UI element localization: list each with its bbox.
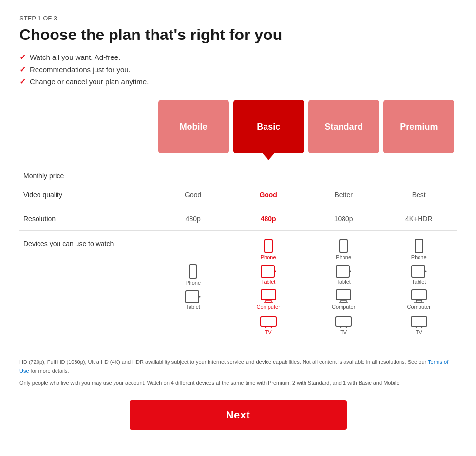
monthly-price-label: Monthly price (19, 165, 155, 183)
resolution-mobile: 480p (155, 207, 230, 231)
device-tv-premium: TV (385, 315, 453, 335)
svg-rect-9 (261, 317, 276, 326)
devices-basic: Phone Tablet Computer (230, 231, 306, 348)
device-phone-mobile: Phone (159, 264, 227, 285)
svg-point-23 (425, 271, 426, 272)
computer-icon-premium (411, 289, 427, 303)
plan-card-basic[interactable]: Basic (233, 100, 304, 153)
tablet-icon (185, 290, 201, 303)
video-quality-standard: Better (306, 183, 381, 207)
next-button[interactable]: Next (130, 400, 347, 430)
devices-mobile: Phone Tablet (155, 231, 230, 348)
monthly-price-row: Monthly price (19, 165, 457, 183)
video-quality-mobile: Good (155, 183, 230, 207)
devices-row: Devices you can use to watch Phone Table… (19, 231, 457, 348)
plan-basic[interactable]: Basic (231, 100, 306, 160)
benefits-list: ✓ Watch all you want. Ad-free. ✓ Recomme… (19, 53, 457, 86)
svg-rect-22 (412, 266, 425, 277)
phone-icon (188, 264, 198, 279)
video-quality-premium: Best (381, 183, 457, 207)
svg-rect-1 (186, 291, 199, 303)
device-computer-basic: Computer (234, 289, 302, 310)
plan-premium[interactable]: Premium (381, 100, 457, 160)
device-tablet-standard: Tablet (310, 265, 378, 285)
tablet-icon-premium (411, 265, 427, 278)
devices-premium: Phone Tablet Computer (381, 231, 457, 348)
monthly-price-standard (306, 165, 381, 183)
page-title: Choose the plan that's right for you (19, 26, 457, 44)
video-quality-label: Video quality (19, 183, 155, 207)
resolution-standard: 1080p (306, 207, 381, 231)
checkmark-icon: ✓ (19, 77, 26, 86)
tv-icon-basic (260, 315, 277, 328)
svg-point-5 (274, 271, 276, 272)
computer-icon-standard (336, 289, 351, 303)
device-computer-standard: Computer (310, 289, 378, 310)
device-phone-basic: Phone (234, 239, 302, 260)
svg-line-28 (416, 327, 417, 328)
benefit-3: ✓ Change or cancel your plan anytime. (19, 77, 457, 86)
benefit-2: ✓ Recommendations just for you. (19, 65, 457, 74)
svg-rect-0 (189, 265, 197, 278)
devices-standard: Phone Tablet Computer (306, 231, 381, 348)
devices-label: Devices you can use to watch (19, 231, 155, 348)
monthly-price-premium (381, 165, 457, 183)
device-phone-premium: Phone (385, 239, 453, 260)
resolution-basic: 480p (230, 207, 306, 231)
monthly-price-mobile (155, 165, 230, 183)
device-computer-premium: Computer (385, 289, 453, 310)
svg-rect-21 (415, 239, 423, 253)
svg-line-19 (340, 327, 341, 328)
device-tablet-basic: Tablet (234, 265, 302, 285)
device-phone-standard: Phone (310, 239, 378, 260)
svg-rect-3 (265, 239, 272, 253)
svg-rect-4 (261, 266, 274, 277)
device-tv-standard: TV (310, 315, 378, 335)
svg-rect-27 (411, 317, 427, 326)
svg-rect-24 (412, 290, 426, 300)
video-quality-row: Video quality Good Good Better Best (19, 183, 457, 207)
svg-rect-15 (336, 290, 351, 300)
svg-line-29 (421, 327, 422, 328)
footnotes: HD (720p), Full HD (1080p), Ultra HD (4K… (19, 358, 457, 388)
svg-rect-18 (336, 317, 351, 326)
tv-icon-standard (335, 315, 352, 328)
monthly-price-basic (230, 165, 306, 183)
svg-point-2 (199, 296, 201, 298)
checkmark-icon: ✓ (19, 65, 26, 74)
phone-icon-standard (339, 239, 348, 253)
step-label: STEP 1 OF 3 (19, 15, 457, 22)
resolution-label: Resolution (19, 207, 155, 231)
phone-icon-basic (264, 239, 273, 253)
phone-icon-premium (414, 239, 424, 253)
checkmark-icon: ✓ (19, 53, 26, 62)
benefit-1: ✓ Watch all you want. Ad-free. (19, 53, 457, 62)
plan-card-premium[interactable]: Premium (383, 100, 454, 153)
plan-standard[interactable]: Standard (306, 100, 381, 160)
svg-point-14 (350, 271, 351, 272)
device-tablet-premium: Tablet (385, 265, 453, 285)
next-button-wrapper: Next (19, 400, 457, 430)
tablet-icon-basic (261, 265, 276, 278)
active-plan-arrow (263, 153, 274, 160)
terms-link[interactable]: Terms of Use (19, 359, 448, 374)
footnote-1: HD (720p), Full HD (1080p), Ultra HD (4K… (19, 358, 457, 375)
video-quality-basic: Good (230, 183, 306, 207)
svg-rect-6 (261, 290, 276, 300)
plan-card-mobile[interactable]: Mobile (158, 100, 229, 153)
device-tv-basic: TV (234, 315, 302, 335)
footnote-2: Only people who live with you may use yo… (19, 379, 457, 388)
resolution-premium: 4K+HDR (381, 207, 457, 231)
svg-rect-13 (336, 266, 349, 277)
tablet-icon-standard (336, 265, 351, 278)
plan-mobile[interactable]: Mobile (156, 100, 231, 160)
device-tablet-mobile: Tablet (159, 290, 227, 310)
computer-icon-basic (261, 289, 276, 303)
plan-card-standard[interactable]: Standard (308, 100, 379, 153)
svg-line-20 (346, 327, 347, 328)
tv-icon-premium (411, 315, 427, 328)
svg-line-11 (271, 327, 272, 328)
svg-rect-12 (340, 239, 347, 253)
resolution-row: Resolution 480p 480p 1080p 4K+HDR (19, 207, 457, 231)
svg-line-10 (265, 327, 266, 328)
